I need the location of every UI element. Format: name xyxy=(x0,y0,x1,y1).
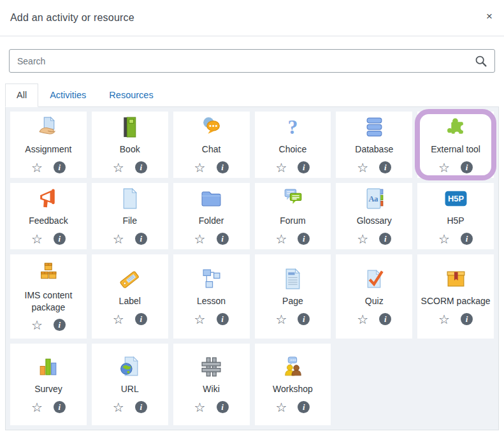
info-icon[interactable]: i xyxy=(461,161,473,173)
star-icon[interactable]: ☆ xyxy=(194,233,206,245)
activity-tile-glossary[interactable]: Glossary☆i xyxy=(336,183,412,249)
info-icon[interactable]: i xyxy=(298,401,310,413)
search-input[interactable] xyxy=(9,49,495,73)
tab-all[interactable]: All xyxy=(5,84,38,107)
star-icon[interactable]: ☆ xyxy=(31,233,43,245)
star-icon[interactable]: ☆ xyxy=(357,313,368,326)
activity-tile-quiz[interactable]: Quiz☆i xyxy=(336,254,412,339)
tile-actions: ☆i xyxy=(357,313,391,326)
tile-actions: ☆i xyxy=(194,313,229,326)
activity-tile-feedback[interactable]: Feedback☆i xyxy=(10,183,87,249)
info-icon[interactable]: i xyxy=(135,401,147,413)
tile-actions: ☆i xyxy=(194,233,229,245)
star-icon[interactable]: ☆ xyxy=(31,161,43,174)
database-icon xyxy=(363,115,386,139)
activity-tile-url[interactable]: URL☆i xyxy=(92,344,168,425)
info-icon[interactable]: i xyxy=(217,313,229,325)
info-icon[interactable]: i xyxy=(298,233,310,245)
activity-tile-forum[interactable]: Forum☆i xyxy=(255,183,331,249)
activity-tile-ims[interactable]: IMS content package☆i xyxy=(10,254,87,339)
info-icon[interactable]: i xyxy=(461,313,473,325)
info-icon[interactable]: i xyxy=(217,401,229,413)
star-icon[interactable]: ☆ xyxy=(438,233,450,245)
activity-label: Forum xyxy=(277,215,308,226)
quiz-icon xyxy=(363,267,386,291)
info-icon[interactable]: i xyxy=(135,313,147,325)
close-icon[interactable]: × xyxy=(486,11,493,22)
star-icon[interactable]: ☆ xyxy=(113,233,124,245)
activity-tile-survey[interactable]: Survey☆i xyxy=(10,344,87,425)
star-icon[interactable]: ☆ xyxy=(31,401,43,414)
h5p-icon xyxy=(444,187,468,210)
tile-actions: ☆i xyxy=(194,161,229,174)
tab-panel: Assignment☆iBook☆iChat☆iChoice☆iDatabase… xyxy=(5,107,499,430)
star-icon[interactable]: ☆ xyxy=(357,233,368,245)
info-icon[interactable]: i xyxy=(135,161,147,173)
tab-bar: All Activities Resources xyxy=(5,84,499,107)
star-icon[interactable]: ☆ xyxy=(113,401,124,414)
assignment-icon xyxy=(36,115,60,139)
activity-tile-label[interactable]: Label☆i xyxy=(92,254,168,339)
activity-label: Workshop xyxy=(270,383,316,395)
tab-activities[interactable]: Activities xyxy=(38,84,97,107)
activity-tile-choice[interactable]: Choice☆i xyxy=(255,112,331,178)
info-icon[interactable]: i xyxy=(298,161,310,173)
tile-actions: ☆i xyxy=(31,319,66,332)
wiki-icon xyxy=(199,355,223,379)
activity-label: Glossary xyxy=(354,215,395,226)
activity-tile-workshop[interactable]: Workshop☆i xyxy=(255,344,331,425)
info-icon[interactable]: i xyxy=(379,161,391,173)
activity-tile-page[interactable]: Page☆i xyxy=(255,254,331,339)
activity-tile-lesson[interactable]: Lesson☆i xyxy=(173,254,250,339)
info-icon[interactable]: i xyxy=(54,233,66,245)
star-icon[interactable]: ☆ xyxy=(438,313,450,326)
activity-tile-scorm[interactable]: SCORM package☆i xyxy=(417,254,494,339)
activity-label: External tool xyxy=(428,143,484,155)
activity-tile-h5p[interactable]: H5P☆i xyxy=(417,183,494,249)
activity-tile-wiki[interactable]: Wiki☆i xyxy=(173,344,250,425)
info-icon[interactable]: i xyxy=(461,233,473,245)
star-icon[interactable]: ☆ xyxy=(194,161,206,174)
tile-actions: ☆i xyxy=(438,161,473,174)
tile-actions: ☆i xyxy=(31,233,66,245)
star-icon[interactable]: ☆ xyxy=(113,313,124,326)
modal-header: Add an activity or resource × xyxy=(0,0,504,36)
activity-tile-database[interactable]: Database☆i xyxy=(336,112,412,178)
activity-label: Lesson xyxy=(194,295,229,307)
star-icon[interactable]: ☆ xyxy=(113,161,124,174)
activity-tile-assignment[interactable]: Assignment☆i xyxy=(10,112,87,178)
tile-actions: ☆i xyxy=(113,401,147,414)
star-icon[interactable]: ☆ xyxy=(438,161,450,174)
info-icon[interactable]: i xyxy=(298,313,310,325)
star-icon[interactable]: ☆ xyxy=(357,161,368,174)
tile-actions: ☆i xyxy=(438,313,473,326)
info-icon[interactable]: i xyxy=(54,161,66,173)
info-icon[interactable]: i xyxy=(379,313,391,325)
info-icon[interactable]: i xyxy=(54,319,66,331)
star-icon[interactable]: ☆ xyxy=(275,233,287,245)
activity-label: Page xyxy=(279,295,306,307)
info-icon[interactable]: i xyxy=(135,233,147,245)
star-icon[interactable]: ☆ xyxy=(194,313,206,326)
activity-tile-chat[interactable]: Chat☆i xyxy=(173,112,250,178)
info-icon[interactable]: i xyxy=(54,401,66,413)
activity-tile-file[interactable]: File☆i xyxy=(92,183,168,249)
star-icon[interactable]: ☆ xyxy=(194,401,206,414)
activity-tile-book[interactable]: Book☆i xyxy=(92,112,168,178)
tab-resources[interactable]: Resources xyxy=(97,84,164,107)
glossary-icon xyxy=(363,187,386,210)
star-icon[interactable]: ☆ xyxy=(275,161,287,174)
star-icon[interactable]: ☆ xyxy=(31,319,43,332)
activity-tile-folder[interactable]: Folder☆i xyxy=(173,183,250,249)
tile-actions: ☆i xyxy=(31,401,66,414)
info-icon[interactable]: i xyxy=(217,233,229,245)
info-icon[interactable]: i xyxy=(379,233,391,245)
activity-label: Folder xyxy=(196,215,227,226)
modal-title: Add an activity or resource xyxy=(10,12,134,24)
star-icon[interactable]: ☆ xyxy=(275,313,287,326)
choice-icon xyxy=(281,115,305,139)
info-icon[interactable]: i xyxy=(217,161,229,173)
star-icon[interactable]: ☆ xyxy=(275,401,287,414)
tile-actions: ☆i xyxy=(113,313,147,326)
activity-tile-external-tool[interactable]: External tool☆i xyxy=(417,112,494,178)
